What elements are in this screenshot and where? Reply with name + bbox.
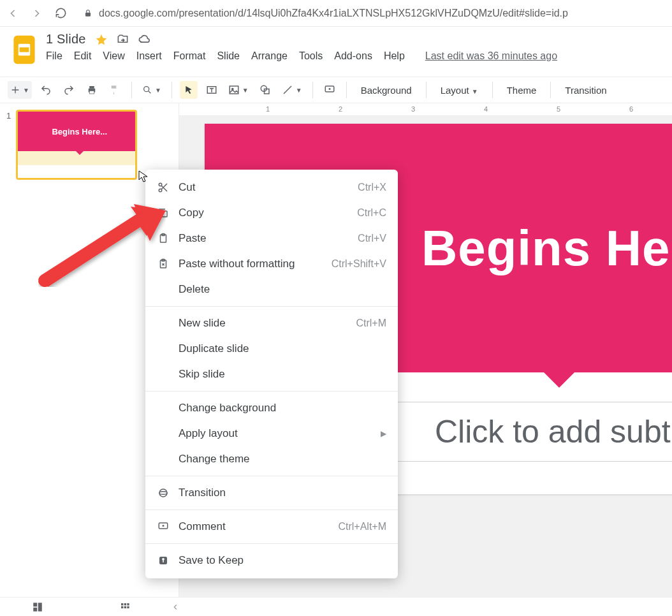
context-menu-cut[interactable]: CutCtrl+X: [145, 175, 398, 200]
context-menu-label: Cut: [179, 181, 349, 194]
textbox-icon[interactable]: [203, 81, 221, 99]
keep-icon: [157, 554, 170, 567]
context-menu-shortcut: Ctrl+V: [358, 233, 386, 244]
context-menu-paste-without-formatting[interactable]: Paste without formattingCtrl+Shift+V: [145, 251, 398, 277]
svg-rect-20: [121, 606, 123, 608]
cursor-icon: [138, 170, 149, 183]
context-menu-divider: [145, 510, 398, 510]
context-menu-save-to-keep[interactable]: Save to Keep: [145, 548, 398, 573]
svg-rect-5: [89, 86, 94, 89]
layout-button[interactable]: Layout▼: [434, 85, 485, 96]
context-menu-label: Copy: [179, 207, 348, 219]
menu-format[interactable]: Format: [173, 50, 206, 62]
menu-edit[interactable]: Edit: [74, 50, 92, 62]
doc-title[interactable]: 1 Slide: [46, 32, 86, 47]
blank-icon: [157, 427, 170, 440]
blank-icon: [157, 342, 170, 355]
menu-insert[interactable]: Insert: [136, 50, 162, 62]
context-menu-shortcut: Ctrl+M: [356, 318, 386, 329]
context-menu-divider: [145, 476, 398, 476]
url-text[interactable]: docs.google.com/presentation/d/14lsqUi0h…: [99, 8, 568, 19]
svg-rect-15: [33, 607, 37, 611]
context-menu-label: Change background: [179, 402, 386, 414]
star-icon[interactable]: [95, 33, 108, 46]
svg-rect-14: [33, 603, 37, 606]
context-menu-apply-layout[interactable]: Apply layout▶: [145, 421, 398, 446]
title-area: 1 Slide File Edit View Insert Format Sli…: [0, 27, 672, 77]
collapse-icon[interactable]: [171, 603, 180, 612]
context-menu-transition[interactable]: Transition: [145, 480, 398, 506]
context-menu-shortcut: Ctrl+Shift+V: [332, 258, 386, 270]
slides-logo-icon[interactable]: [10, 32, 38, 68]
context-menu-divider: [145, 543, 398, 544]
context-menu-label: Apply layout: [179, 427, 372, 440]
svg-rect-0: [85, 12, 91, 16]
line-icon[interactable]: ▼: [279, 81, 305, 99]
context-menu-new-slide[interactable]: New slideCtrl+M: [145, 311, 398, 336]
reload-icon[interactable]: [55, 7, 67, 20]
context-menu-label: Paste: [179, 232, 349, 245]
shape-icon[interactable]: [256, 81, 274, 99]
slide-title[interactable]: Begins Here: [421, 219, 672, 277]
image-icon[interactable]: ▼: [226, 81, 251, 99]
print-icon[interactable]: [83, 81, 101, 99]
move-icon[interactable]: [117, 33, 129, 45]
clipboard-x-icon: [157, 258, 170, 270]
context-menu-delete[interactable]: Delete: [145, 277, 398, 302]
menu-view[interactable]: View: [103, 50, 124, 62]
background-button[interactable]: Background: [354, 85, 418, 96]
forward-icon[interactable]: [31, 7, 43, 20]
svg-rect-19: [127, 603, 129, 605]
back-icon[interactable]: [6, 7, 19, 20]
last-edit-link[interactable]: Last edit was 36 minutes ago: [425, 50, 557, 62]
blank-icon: [157, 368, 170, 381]
menu-slide[interactable]: Slide: [217, 50, 240, 62]
svg-rect-21: [124, 606, 126, 608]
select-tool-icon[interactable]: [180, 81, 198, 99]
context-menu-comment[interactable]: CommentCtrl+Alt+M: [145, 514, 398, 539]
context-menu-change-background[interactable]: Change background: [145, 395, 398, 421]
menu-help[interactable]: Help: [384, 50, 405, 62]
svg-rect-18: [124, 603, 126, 605]
menu-file[interactable]: File: [46, 50, 62, 62]
context-menu-duplicate-slide[interactable]: Duplicate slide: [145, 336, 398, 362]
svg-point-24: [159, 189, 162, 192]
context-menu-skip-slide[interactable]: Skip slide: [145, 362, 398, 387]
theme-button[interactable]: Theme: [500, 85, 543, 96]
new-slide-button[interactable]: ▼: [8, 81, 32, 99]
undo-icon[interactable]: [37, 81, 55, 99]
context-menu-change-theme[interactable]: Change theme: [145, 446, 398, 472]
svg-rect-3: [20, 47, 29, 52]
thumb-number: 1: [6, 110, 11, 180]
slide-thumbnail[interactable]: Begins Here...: [16, 110, 137, 180]
menu-addons[interactable]: Add-ons: [334, 50, 372, 62]
copy-icon: [157, 207, 170, 219]
svg-point-34: [162, 558, 164, 561]
menu-arrange[interactable]: Arrange: [251, 50, 288, 62]
svg-point-23: [159, 183, 162, 186]
blank-icon: [157, 317, 170, 330]
clipboard-icon: [157, 232, 170, 245]
context-menu-paste[interactable]: PasteCtrl+V: [145, 226, 398, 251]
menu-tools[interactable]: Tools: [299, 50, 323, 62]
submenu-caret-icon: ▶: [381, 429, 386, 438]
scissors-icon: [157, 181, 170, 194]
transition-button[interactable]: Transition: [559, 85, 613, 96]
context-menu-label: Change theme: [179, 453, 386, 466]
paint-format-icon[interactable]: [106, 81, 124, 99]
grid-icon[interactable]: [120, 602, 130, 612]
slide-subtitle-placeholder[interactable]: Click to add subtit: [435, 413, 672, 450]
transition-icon: [157, 487, 170, 499]
context-menu-shortcut: Ctrl+C: [357, 207, 386, 219]
comment-icon[interactable]: [321, 81, 339, 99]
context-menu-label: Transition: [179, 487, 386, 499]
blank-icon: [157, 402, 170, 414]
redo-icon[interactable]: [60, 81, 78, 99]
cloud-icon[interactable]: [138, 33, 150, 46]
explore-icon[interactable]: [32, 601, 43, 613]
context-menu-copy[interactable]: CopyCtrl+C: [145, 200, 398, 226]
svg-rect-25: [161, 211, 167, 217]
zoom-icon[interactable]: ▼: [140, 81, 164, 99]
svg-rect-17: [121, 603, 123, 605]
svg-rect-6: [89, 91, 94, 94]
